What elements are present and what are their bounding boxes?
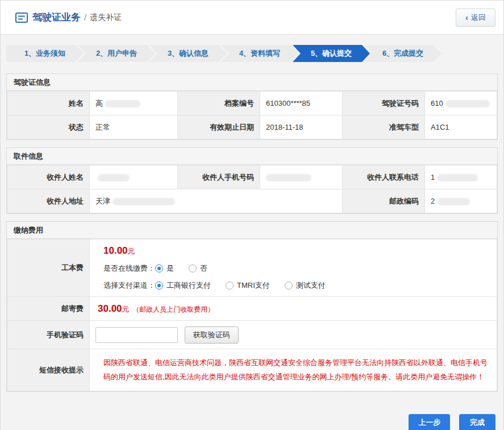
field-value-file-number: 610300****85 [260, 92, 343, 115]
step-tab-4[interactable]: 4、资料填写 [221, 45, 298, 62]
field-label-recipient-name: 收件人姓名 [7, 166, 90, 189]
postage-fee-unit: 元 [122, 305, 130, 313]
step-nav: 1、业务须知 2、用户申告 3、确认信息 4、资料填写 5、确认提交 6、完成提… [6, 45, 498, 62]
field-label-sms-code: 手机验证码 [7, 321, 90, 349]
get-sms-code-button[interactable]: 获取验证码 [185, 326, 239, 344]
radio-checked-icon [155, 282, 163, 290]
radio-channel-tmri-label: TMRI支付 [237, 280, 270, 291]
license-info-table: 姓名 高 档案编号 610300****85 驾驶证号码 610 状态 正常 有… [7, 91, 497, 139]
field-value-recipient-mobile [260, 166, 343, 189]
field-value-sms-notice: 因陕西省联通、电信运营商技术问题，陕西省互联网交通安全综合服务管理平台无法向持陕… [90, 349, 497, 391]
step-tab-3[interactable]: 3、确认信息 [149, 45, 227, 62]
radio-channel-icbc-label: 工商银行支付 [166, 280, 211, 291]
page-title: 驾驶证业务 [32, 11, 81, 24]
finish-button[interactable]: 完成 [459, 414, 495, 430]
table-row: 短信接收提示 因陕西省联通、电信运营商技术问题，陕西省互联网交通安全综合服务管理… [7, 349, 497, 391]
step-tab-5-active[interactable]: 5、确认提交 [293, 45, 370, 62]
pickup-info-table: 收件人姓名 收件人手机号码 收件人联系电话 1 收件人地址 天津 邮政编码 2 [7, 165, 497, 213]
field-label-postcode: 邮政编码 [343, 189, 425, 213]
field-value-license-number: 610 [425, 92, 497, 115]
radio-channel-icbc[interactable]: 工商银行支付 [155, 280, 211, 291]
radio-unchecked-icon [226, 282, 234, 290]
field-value-postcode: 2 [425, 189, 497, 213]
header: 驾驶证业务 / 遗失补证 ‹ 返回 [1, 1, 503, 35]
back-button[interactable]: ‹ 返回 [456, 9, 495, 27]
license-fee-unit: 元 [128, 247, 135, 255]
redaction-blob [266, 174, 311, 181]
license-fee-price: 10.00元 [103, 245, 497, 257]
field-value-vehicle-class: A1C1 [425, 115, 497, 139]
radio-unchecked-icon [189, 264, 197, 272]
online-payment-options: 是否在线缴费： 是 否 [103, 263, 497, 274]
field-value-recipient-phone: 1 [425, 166, 497, 189]
section-license-info: 驾驶证信息 姓名 高 档案编号 610300****85 驾驶证号码 610 状… [6, 73, 498, 140]
payment-channel-options: 选择支付渠道： 工商银行支付 TMRI支付 [103, 280, 497, 291]
table-row: 收件人地址 天津 邮政编码 2 [7, 189, 497, 213]
radio-online-yes[interactable]: 是 [155, 263, 174, 274]
field-label-name: 姓名 [7, 92, 90, 115]
field-label-license-fee: 工本费 [7, 239, 90, 297]
field-label-sms-notice: 短信接收提示 [7, 349, 90, 391]
field-value-recipient-address: 天津 [90, 189, 343, 213]
field-label-recipient-mobile: 收件人手机号码 [178, 166, 260, 189]
field-label-status: 状态 [7, 115, 90, 139]
license-form-icon [15, 13, 28, 23]
section-title-pickup: 取件信息 [7, 148, 497, 165]
field-value-sms-code: 获取验证码 [90, 321, 497, 349]
field-value-expiry-date: 2018-11-18 [260, 115, 343, 139]
field-label-expiry-date: 有效期止日期 [178, 115, 260, 139]
section-pickup-info: 取件信息 收件人姓名 收件人手机号码 收件人联系电话 1 收件人地址 [6, 147, 498, 214]
redaction-blob [437, 174, 478, 181]
main-content: 1、业务须知 2、用户申告 3、确认信息 4、资料填写 5、确认提交 6、完成提… [1, 35, 503, 430]
radio-channel-test[interactable]: 测试支付 [285, 280, 326, 291]
table-row: 收件人姓名 收件人手机号码 收件人联系电话 1 [7, 166, 497, 189]
table-row: 手机验证码 获取验证码 [7, 321, 497, 349]
step-tab-1[interactable]: 1、业务须知 [6, 45, 84, 62]
table-row: 状态 正常 有效期止日期 2018-11-18 准驾车型 A1C1 [7, 115, 497, 139]
postage-fee-note: （邮政人员上门收取费用） [132, 305, 214, 313]
sms-code-input[interactable] [95, 327, 178, 343]
breadcrumb: 驾驶证业务 / 遗失补证 [15, 11, 122, 24]
chevron-left-icon: ‹ [465, 13, 468, 22]
page: 驾驶证业务 / 遗失补证 ‹ 返回 1、业务须知 2、用户申告 3、确认信息 4… [0, 0, 504, 430]
sms-warning-text: 因陕西省联通、电信运营商技术问题，陕西省互联网交通安全综合服务管理平台无法向持陕… [95, 349, 497, 391]
step-tab-2[interactable]: 2、用户申告 [78, 45, 155, 62]
field-value-name: 高 [90, 92, 178, 115]
redaction-blob [445, 100, 490, 108]
step-tab-6[interactable]: 6、完成提交 [364, 45, 441, 62]
table-row: 邮寄费 30.00元 （邮政人员上门收取费用） [7, 297, 497, 321]
payment-channel-label: 选择支付渠道： [103, 280, 155, 291]
section-title-license: 驾驶证信息 [7, 74, 497, 91]
breadcrumb-separator: / [84, 13, 86, 22]
breadcrumb-current: 遗失补证 [90, 13, 122, 23]
postage-fee-amount: 30.00 [98, 303, 122, 314]
section-title-payment: 缴纳费用 [7, 222, 497, 239]
field-value-license-fee: 10.00元 是否在线缴费： 是 否 [90, 239, 497, 297]
field-label-file-number: 档案编号 [178, 92, 260, 115]
field-label-vehicle-class: 准驾车型 [343, 115, 425, 139]
redaction-blob [113, 198, 175, 205]
field-value-postage-fee: 30.00元 （邮政人员上门收取费用） [90, 297, 497, 321]
radio-channel-test-label: 测试支付 [296, 280, 326, 291]
field-label-recipient-address: 收件人地址 [7, 189, 90, 213]
field-label-license-number: 驾驶证号码 [343, 92, 425, 115]
table-row: 姓名 高 档案编号 610300****85 驾驶证号码 610 [7, 92, 497, 115]
license-fee-amount: 10.00 [103, 245, 128, 256]
radio-checked-icon [155, 264, 163, 272]
radio-online-no[interactable]: 否 [189, 263, 207, 274]
radio-unchecked-icon [285, 282, 293, 290]
field-label-postage-fee: 邮寄费 [7, 297, 90, 321]
radio-online-yes-label: 是 [166, 263, 174, 274]
section-payment: 缴纳费用 工本费 10.00元 是否在线缴费： [6, 221, 498, 392]
redaction-blob [105, 100, 140, 108]
field-value-status: 正常 [90, 115, 178, 139]
footer-actions: 上一步 完成 [6, 399, 498, 430]
table-row: 工本费 10.00元 是否在线缴费： 是 [7, 239, 497, 297]
online-payment-label: 是否在线缴费： [103, 263, 155, 274]
redaction-blob [98, 174, 130, 181]
back-button-label: 返回 [471, 13, 486, 23]
radio-channel-tmri[interactable]: TMRI支付 [226, 280, 270, 291]
previous-step-button[interactable]: 上一步 [409, 414, 450, 430]
field-value-recipient-name [90, 166, 178, 189]
radio-online-no-label: 否 [200, 263, 207, 274]
